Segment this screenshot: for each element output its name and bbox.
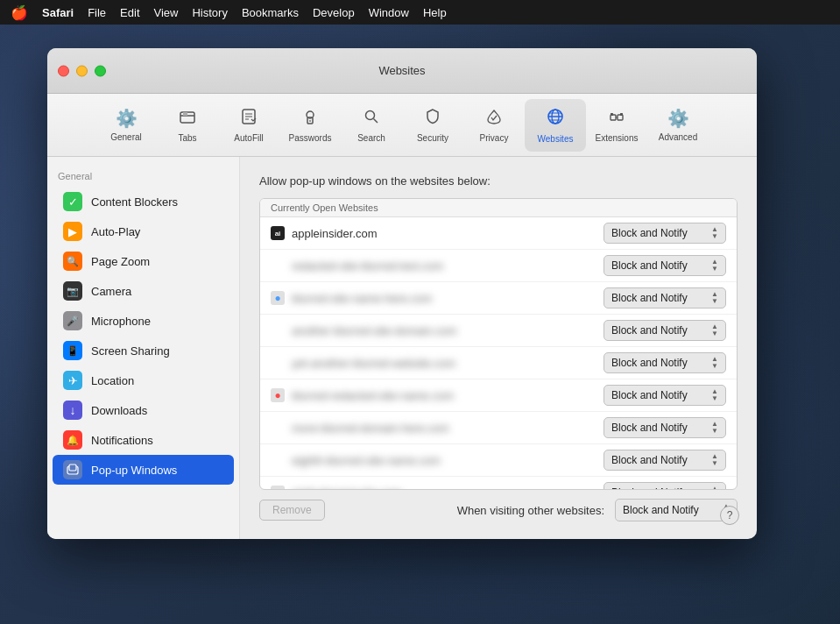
row-control: Block and Notify ▲▼ bbox=[604, 255, 726, 276]
tab-tabs[interactable]: Tabs bbox=[157, 99, 218, 152]
sidebar-item-microphone[interactable]: 🎤 Microphone bbox=[53, 306, 234, 336]
site-info: ninth-blurred-site.com bbox=[271, 486, 604, 489]
row-control: Block and Notify ▲▼ bbox=[604, 223, 726, 244]
sidebar-item-downloads[interactable]: ↓ Downloads bbox=[53, 395, 234, 425]
site-name: another-blurred-site-domain.com bbox=[292, 324, 457, 337]
other-sites-value: Block and Notify bbox=[623, 504, 699, 516]
tab-privacy[interactable]: Privacy bbox=[463, 99, 525, 152]
sidebar-label-downloads: Downloads bbox=[91, 404, 147, 417]
tab-security[interactable]: Security bbox=[402, 99, 463, 152]
menu-view[interactable]: View bbox=[154, 6, 179, 19]
site-info: another-blurred-site-domain.com bbox=[271, 323, 604, 337]
sidebar-item-camera[interactable]: 📷 Camera bbox=[53, 276, 234, 306]
page-zoom-icon: 🔍 bbox=[63, 252, 82, 271]
menu-history[interactable]: History bbox=[192, 6, 227, 19]
site-info: redacted-site-blurred-text.com bbox=[271, 259, 604, 273]
remove-button[interactable]: Remove bbox=[259, 500, 325, 521]
svg-line-10 bbox=[374, 118, 378, 123]
block-notify-select-9[interactable]: Block and Notify ▲▼ bbox=[604, 482, 726, 489]
select-arrows-icon: ▲▼ bbox=[711, 226, 718, 240]
sidebar-label-microphone: Microphone bbox=[91, 315, 151, 328]
select-value: Block and Notify bbox=[611, 324, 688, 337]
site-name: eighth-blurred-site-name.com bbox=[292, 454, 441, 467]
select-arrows-icon: ▲▼ bbox=[711, 421, 718, 435]
table-body: ai appleinsider.com Block and Notify ▲▼ bbox=[260, 217, 737, 489]
menu-bar: 🍎 Safari File Edit View History Bookmark… bbox=[0, 0, 840, 25]
preferences-window: Websites ⚙️ General Tabs AutoFill Passwo… bbox=[47, 48, 757, 539]
maximize-button[interactable] bbox=[95, 65, 106, 76]
site-favicon bbox=[271, 291, 285, 305]
sidebar-item-location[interactable]: ✈ Location bbox=[53, 365, 234, 395]
window-controls bbox=[58, 65, 106, 76]
tab-passwords[interactable]: Passwords bbox=[279, 99, 341, 152]
sidebar-item-page-zoom[interactable]: 🔍 Page Zoom bbox=[53, 246, 234, 276]
tab-general[interactable]: ⚙️ General bbox=[95, 99, 157, 152]
menu-safari[interactable]: Safari bbox=[42, 6, 74, 19]
site-info: eighth-blurred-site-name.com bbox=[271, 453, 604, 467]
sidebar-item-screen-sharing[interactable]: 📱 Screen Sharing bbox=[53, 336, 234, 365]
block-notify-select-7[interactable]: Block and Notify ▲▼ bbox=[604, 417, 726, 438]
other-sites-label: When visiting other websites: bbox=[457, 504, 604, 517]
tab-search[interactable]: Search bbox=[341, 99, 402, 152]
block-notify-select-6[interactable]: Block and Notify ▲▼ bbox=[604, 385, 726, 406]
menu-edit[interactable]: Edit bbox=[120, 6, 139, 19]
minimize-button[interactable] bbox=[76, 65, 88, 76]
block-notify-select-5[interactable]: Block and Notify ▲▼ bbox=[604, 352, 726, 373]
advanced-icon: ⚙️ bbox=[667, 108, 689, 129]
other-sites-select[interactable]: Block and Notify ▲▼ bbox=[615, 499, 738, 521]
site-favicon bbox=[271, 356, 285, 370]
close-button[interactable] bbox=[58, 65, 69, 76]
svg-rect-18 bbox=[611, 113, 613, 116]
screen-sharing-icon: 📱 bbox=[63, 341, 82, 360]
select-arrows-icon: ▲▼ bbox=[711, 259, 718, 273]
sidebar-item-popup-windows[interactable]: Pop-up Windows bbox=[53, 455, 234, 485]
block-notify-select-4[interactable]: Block and Notify ▲▼ bbox=[604, 320, 726, 341]
tab-extensions[interactable]: Extensions bbox=[586, 99, 647, 152]
select-arrows-icon: ▲▼ bbox=[711, 388, 718, 402]
autofill-icon bbox=[240, 108, 258, 130]
sidebar-label-camera: Camera bbox=[91, 285, 131, 298]
select-value: Block and Notify bbox=[611, 292, 688, 304]
menu-develop[interactable]: Develop bbox=[313, 6, 355, 19]
block-notify-select-2[interactable]: Block and Notify ▲▼ bbox=[604, 255, 726, 276]
tab-autofill[interactable]: AutoFill bbox=[218, 99, 279, 152]
menu-help[interactable]: Help bbox=[423, 6, 447, 19]
menu-bookmarks[interactable]: Bookmarks bbox=[242, 6, 299, 19]
row-control: Block and Notify ▲▼ bbox=[604, 417, 726, 438]
block-notify-select-8[interactable]: Block and Notify ▲▼ bbox=[604, 450, 726, 471]
general-label: General bbox=[110, 132, 142, 142]
sidebar-label-popup-windows: Pop-up Windows bbox=[91, 464, 177, 477]
sidebar-item-auto-play[interactable]: ▶ Auto-Play bbox=[53, 216, 234, 246]
site-favicon: ai bbox=[271, 226, 285, 240]
downloads-icon: ↓ bbox=[63, 401, 82, 420]
site-favicon bbox=[271, 323, 285, 337]
menu-window[interactable]: Window bbox=[369, 6, 409, 19]
sidebar-label-page-zoom: Page Zoom bbox=[91, 255, 150, 268]
row-control: Block and Notify ▲▼ bbox=[604, 482, 726, 489]
site-name: yet-another-blurred-website.com bbox=[292, 357, 455, 370]
tab-advanced[interactable]: ⚙️ Advanced bbox=[647, 99, 709, 152]
block-notify-select-1[interactable]: Block and Notify ▲▼ bbox=[604, 223, 726, 244]
row-control: Block and Notify ▲▼ bbox=[604, 450, 726, 471]
tab-websites[interactable]: Websites bbox=[525, 99, 586, 152]
toolbar: ⚙️ General Tabs AutoFill Passwords Sea bbox=[47, 94, 757, 157]
sidebar-item-notifications[interactable]: 🔔 Notifications bbox=[53, 425, 234, 455]
select-arrows-icon: ▲▼ bbox=[711, 291, 718, 305]
table-row: blurred-site-name-here.com Block and Not… bbox=[260, 282, 737, 315]
select-value: Block and Notify bbox=[611, 422, 688, 434]
microphone-icon: 🎤 bbox=[63, 311, 82, 330]
sidebar-item-content-blockers[interactable]: ✓ Content Blockers bbox=[53, 187, 234, 216]
table-row: eighth-blurred-site-name.com Block and N… bbox=[260, 444, 737, 477]
tabs-icon bbox=[179, 108, 196, 130]
extensions-label: Extensions bbox=[596, 133, 639, 143]
window-title: Websites bbox=[378, 64, 425, 77]
apple-menu[interactable]: 🍎 bbox=[11, 4, 28, 21]
extensions-icon bbox=[608, 108, 625, 130]
notifications-icon: 🔔 bbox=[63, 430, 82, 450]
search-icon bbox=[363, 108, 380, 130]
help-button[interactable]: ? bbox=[720, 506, 739, 525]
block-notify-select-3[interactable]: Block and Notify ▲▼ bbox=[604, 287, 726, 308]
sidebar-label-auto-play: Auto-Play bbox=[91, 225, 140, 238]
menu-file[interactable]: File bbox=[88, 6, 106, 19]
main-panel: Allow pop-up windows on the websites bel… bbox=[240, 157, 757, 539]
